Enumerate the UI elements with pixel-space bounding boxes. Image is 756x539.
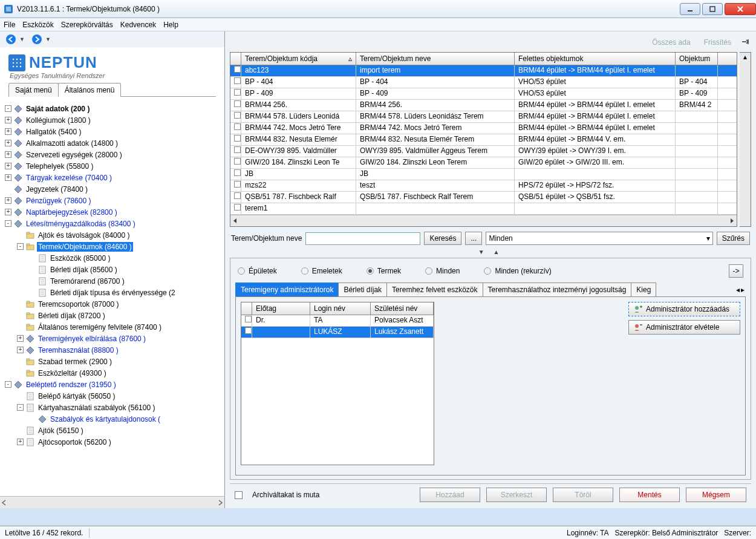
show-archived-checkbox[interactable] <box>235 491 243 499</box>
tree-node[interactable]: +Teremhasználat (88800 ) <box>0 344 224 356</box>
filter-dropdown[interactable]: Minden ▾ <box>486 232 712 245</box>
tree-node[interactable]: +Ajtócsoportok (56200 ) <box>0 436 224 448</box>
subtab-rent[interactable]: Bérleti díjak <box>338 283 387 296</box>
table-row[interactable]: JBJB <box>230 169 737 180</box>
expander-icon[interactable]: - <box>5 105 11 112</box>
tree-node[interactable]: Szabad termek (2900 ) <box>0 356 224 367</box>
radio-rooms[interactable]: Termek <box>367 267 401 275</box>
tree-node[interactable]: Bérleti díjak (85600 ) <box>0 264 224 275</box>
table-row[interactable]: BP - 409BP - 409VHO/53 épületBP - 409 <box>230 88 737 100</box>
table-row[interactable]: QSB/51 787. Fischbeck Ralf QSB/51 787. F… <box>230 192 737 203</box>
tree-node[interactable]: Bérleti díjak típusa és érvényessége (2 <box>0 287 224 298</box>
expander-icon[interactable] <box>17 393 24 399</box>
table-row[interactable]: terem1 <box>230 203 737 215</box>
tree-node[interactable]: +Naptárbejegyzések (82800 ) <box>0 206 224 218</box>
tree-node[interactable]: Jegyzetek (78400 ) <box>0 183 224 195</box>
expander-icon[interactable]: + <box>5 117 11 123</box>
row-checkbox[interactable] <box>230 157 241 168</box>
filter-input[interactable] <box>305 232 420 245</box>
add-admin-button[interactable]: Adminisztrátor hozzáadás <box>628 302 740 316</box>
expander-icon[interactable] <box>29 416 36 422</box>
expander-icon[interactable] <box>17 324 24 330</box>
tree-node[interactable]: Eszközleltár (49300 ) <box>0 367 224 379</box>
expander-icon[interactable]: - <box>5 381 11 388</box>
all-data-button[interactable]: Összes ada <box>648 36 694 48</box>
radio-all[interactable]: Minden <box>425 267 460 275</box>
table-row[interactable]: BRM/44 742. Mocs Jetró TereBRM/44 742. M… <box>230 123 737 134</box>
expander-icon[interactable]: + <box>5 209 11 215</box>
tree-node[interactable]: -Létesítménygazdálkodás (83400 ) <box>0 218 224 229</box>
table-row[interactable]: BP - 404BP - 404VHO/53 épületBP - 404 <box>230 77 737 88</box>
grid-vscroll[interactable]: ▴ <box>740 52 751 227</box>
admin-col-header[interactable]: Előtag <box>252 302 310 315</box>
row-checkbox[interactable] <box>230 88 241 99</box>
expander-icon[interactable]: + <box>5 163 11 169</box>
forward-dropdown[interactable]: ▼ <box>45 36 51 42</box>
expander-icon[interactable]: - <box>5 220 11 227</box>
tree-node[interactable]: -Kártyahasználati szabályok (56100 ) <box>0 402 224 413</box>
forward-button[interactable] <box>31 33 43 45</box>
row-checkbox[interactable] <box>230 180 241 191</box>
subtab-scroll-left-icon[interactable]: ◂ <box>736 286 740 294</box>
admin-row-checkbox[interactable] <box>241 327 252 338</box>
tree-node[interactable]: +Hallgatók (5400 ) <box>0 126 224 137</box>
expander-icon[interactable] <box>17 232 24 238</box>
tab-own-menu[interactable]: Saját menü <box>8 83 59 97</box>
grid-col-header[interactable]: Terem/Objektum neve <box>356 53 515 65</box>
expander-icon[interactable]: + <box>17 439 24 445</box>
grid-col-header[interactable]: Terem/Objektum kódja▵ <box>241 53 356 65</box>
expander-icon[interactable]: + <box>5 174 11 181</box>
menu-roleswitch[interactable]: Szerepkörváltás <box>61 21 113 29</box>
menu-tools[interactable]: Eszközök <box>22 21 53 29</box>
expander-icon[interactable] <box>5 186 11 192</box>
table-row[interactable]: BRM/44 832. Nesuta Elemér BRM/44 832. Ne… <box>230 134 737 146</box>
admin-col-header[interactable]: Születési név <box>371 302 434 315</box>
menu-file[interactable]: File <box>4 21 15 29</box>
row-checkbox[interactable] <box>230 65 241 76</box>
menu-favorites[interactable]: Kedvencek <box>120 21 156 29</box>
close-button[interactable] <box>725 3 756 15</box>
table-row[interactable]: abc123import teremBRM/44 épület -> BRM/4… <box>230 65 737 77</box>
grid-hscroll[interactable] <box>230 215 737 226</box>
expander-icon[interactable] <box>17 301 24 307</box>
tree-node[interactable]: +Telephelyek (55800 ) <box>0 160 224 172</box>
tab-general-menu[interactable]: Általános menü <box>58 83 122 97</box>
save-button[interactable]: Mentés <box>619 488 680 502</box>
refresh-button[interactable]: Frissítés <box>700 36 735 48</box>
tree-node[interactable]: Belépő kártyák (56050 ) <box>0 390 224 402</box>
radio-floors[interactable]: Emeletek <box>301 267 342 275</box>
expander-icon[interactable] <box>17 312 24 319</box>
expander-icon[interactable]: + <box>5 128 11 135</box>
remove-admin-button[interactable]: Adminisztrátor elvétele <box>628 320 740 335</box>
delete-button[interactable]: Töröl <box>553 488 613 502</box>
cancel-button[interactable]: Mégsem <box>686 488 746 502</box>
expander-icon[interactable]: + <box>5 197 11 204</box>
tree-node[interactable]: +Kollégiumok (1800 ) <box>0 114 224 126</box>
admin-col-header[interactable]: Login név <box>310 302 371 315</box>
row-checkbox[interactable] <box>230 111 241 122</box>
expander-icon[interactable] <box>29 278 36 284</box>
tree-node[interactable]: -Termek/Objektumok (84600 ) <box>0 241 224 252</box>
expander-icon[interactable] <box>17 427 24 434</box>
row-checkbox[interactable] <box>230 192 241 203</box>
menu-help[interactable]: Help <box>163 21 178 29</box>
tree-node[interactable]: +Szervezeti egységek (28000 ) <box>0 149 224 160</box>
table-row[interactable]: BRM/44 256.BRM/44 256.BRM/44 épület -> B… <box>230 100 737 111</box>
table-row[interactable]: BRM/44 578. Lüders LeonidáBRM/44 578. Lü… <box>230 111 737 123</box>
radio-buildings[interactable]: Épületek <box>238 267 277 275</box>
expander-icon[interactable]: + <box>17 347 24 353</box>
subtab-permissions[interactable]: Teremhasználathoz intezményi jogosultság <box>483 283 632 296</box>
tree-node[interactable]: +Teremigények elbírálása (87600 ) <box>0 333 224 344</box>
tree-node[interactable]: Szabályok és kártyatulajdonosok ( <box>0 413 224 425</box>
go-button[interactable]: -> <box>729 264 743 278</box>
expander-icon[interactable] <box>17 358 24 365</box>
expander-icon[interactable]: - <box>17 243 24 250</box>
tree-node[interactable]: +Alkalmazotti adatok (14800 ) <box>0 137 224 149</box>
back-dropdown[interactable]: ▼ <box>19 36 25 42</box>
expander-icon[interactable] <box>29 289 36 296</box>
maximize-button[interactable] <box>702 3 723 15</box>
tree-node[interactable]: Eszközök (85000 ) <box>0 252 224 264</box>
nav-tree[interactable]: -Saját adatok (200 )+Kollégiumok (1800 )… <box>0 99 224 496</box>
filter-apply-button[interactable]: Szűrés <box>717 232 750 245</box>
table-row[interactable]: mzs22tesztHPS/72 épület -> HPS/72 fsz. <box>230 180 737 192</box>
